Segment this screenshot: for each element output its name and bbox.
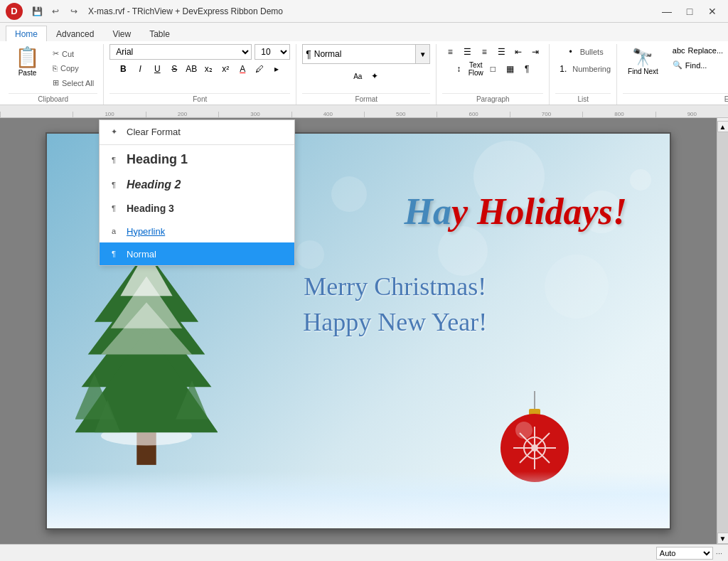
zoom-dots: ··· xyxy=(716,549,722,557)
style-normal-item[interactable]: ¶ Normal xyxy=(100,242,294,265)
copy-icon: ⎘ xyxy=(53,64,58,73)
scroll-thumb[interactable] xyxy=(717,132,729,533)
borders-button[interactable]: □ xyxy=(485,61,500,77)
strikethrough-button[interactable]: S xyxy=(166,61,182,77)
clear-format-icon[interactable]: ✦ xyxy=(367,68,382,84)
para-spacing-row: ↕ Text Flow □ ▦ ¶ xyxy=(451,61,535,77)
list-content: • Bullets 1. Numbering xyxy=(555,44,611,93)
copy-button[interactable]: ⎘ Copy xyxy=(49,62,97,75)
replace-label: Replace... xyxy=(688,46,724,55)
style-extra-row: Aa ✦ xyxy=(350,68,382,84)
paragraph-group-label: Paragraph xyxy=(442,93,543,105)
more-font-button[interactable]: ▸ xyxy=(269,61,284,77)
bold-button[interactable]: B xyxy=(115,61,131,77)
italic-button[interactable]: I xyxy=(132,61,148,77)
tab-home[interactable]: Home xyxy=(6,26,47,42)
cut-button[interactable]: ✂ Cut xyxy=(49,47,97,60)
subscript-button[interactable]: x₂ xyxy=(200,61,216,77)
style-combo[interactable]: ¶ Normal xyxy=(302,44,416,64)
align-right-button[interactable]: ≡ xyxy=(476,44,492,60)
select-all-label: Select All xyxy=(62,79,94,87)
list-group: • Bullets 1. Numbering List xyxy=(550,44,617,105)
scroll-down-button[interactable]: ▼ xyxy=(717,533,729,544)
holiday-prefix: Ha xyxy=(405,191,451,232)
normal-icon: ¶ xyxy=(108,248,119,260)
undo-button[interactable]: ↩ xyxy=(47,3,64,20)
binoculars-icon: 🔭 xyxy=(632,48,653,68)
shading-button[interactable]: ▦ xyxy=(502,61,518,77)
align-justify-button[interactable]: ☰ xyxy=(493,44,509,60)
bokeh-2 xyxy=(331,176,367,212)
para-content: ≡ ☰ ≡ ☰ ⇤ ⇥ ↕ Text Flow □ ▦ ¶ xyxy=(442,44,543,93)
redo-button[interactable]: ↪ xyxy=(65,3,82,20)
paste-button[interactable]: 📋 Paste xyxy=(9,44,46,80)
bullets-button[interactable]: • xyxy=(563,44,579,60)
ruler-mark-6: 600 xyxy=(437,112,509,117)
style-para-icon: ¶ xyxy=(306,48,311,60)
tab-advanced[interactable]: Advanced xyxy=(47,26,103,42)
style-content: ¶ Normal ▼ Aa ✦ xyxy=(302,44,430,93)
vertical-scrollbar[interactable]: ▲ ▼ xyxy=(717,118,728,544)
tab-table[interactable]: Table xyxy=(140,26,179,42)
underline-button[interactable]: U xyxy=(149,61,165,77)
minimize-button[interactable]: — xyxy=(657,3,677,20)
indent-decrease-button[interactable]: ⇤ xyxy=(510,44,526,60)
align-left-button[interactable]: ≡ xyxy=(442,44,458,60)
dropdown-separator xyxy=(100,144,294,145)
line-spacing-button[interactable]: ↕ xyxy=(451,61,466,77)
style-hyperlink-item[interactable]: a Hyperlink xyxy=(100,220,294,242)
cut-icon: ✂ xyxy=(53,49,59,58)
status-bar: Auto ··· xyxy=(0,544,728,561)
size-select[interactable]: 10 xyxy=(255,44,290,60)
maximize-button[interactable]: □ xyxy=(680,3,700,20)
style-heading2-item[interactable]: ¶ Heading 2 xyxy=(100,173,294,197)
find-next-button[interactable]: 🔭 Find Next xyxy=(623,44,663,79)
clear-format-icon: ✦ xyxy=(108,126,119,137)
select-all-button[interactable]: ⊞ Select All xyxy=(49,76,97,90)
heading3-icon: ¶ xyxy=(108,203,119,214)
find-label: Find... xyxy=(685,61,707,70)
replace-button[interactable]: abc Replace... xyxy=(669,44,727,57)
style-heading3-item[interactable]: ¶ Heading 3 xyxy=(100,197,294,220)
tab-view[interactable]: View xyxy=(103,26,140,42)
ruler: 100 200 300 400 500 600 700 800 900 xyxy=(0,105,728,118)
numbering-button[interactable]: 1. xyxy=(555,61,571,77)
save-button[interactable]: 💾 xyxy=(28,3,46,20)
hyperlink-label: Hyperlink xyxy=(127,226,165,237)
find-icon: 🔍 xyxy=(673,60,682,70)
window-title: X-mas.rvf - TRichView + DevExpress Ribbo… xyxy=(88,6,283,16)
replace-icon: abc xyxy=(673,46,685,55)
snow-ground xyxy=(47,471,670,528)
holiday-text: Hay Holidays! xyxy=(405,191,627,233)
ruler-mark-0 xyxy=(0,112,73,117)
scroll-up-button[interactable]: ▲ xyxy=(717,121,729,132)
cut-label: Cut xyxy=(62,50,74,58)
style-combo-label: Normal xyxy=(314,49,342,59)
find-next-label: Find Next xyxy=(628,68,658,75)
clipboard-group-label: Clipboard xyxy=(9,93,97,105)
clear-format-label: Clear Format xyxy=(127,127,181,137)
ruler-mark-5: 500 xyxy=(364,112,437,117)
christmas-line1: Merry Christmas! xyxy=(303,269,487,304)
editing-group: 🔭 Find Next abc Replace... 🔍 Find... xyxy=(617,44,728,105)
close-button[interactable]: ✕ xyxy=(702,3,722,20)
font-select[interactable]: Arial xyxy=(109,44,252,60)
find-button[interactable]: 🔍 Find... xyxy=(669,58,727,72)
indent-increase-button[interactable]: ⇥ xyxy=(528,44,543,60)
list-row2: 1. Numbering xyxy=(555,61,611,77)
ruler-mark-3: 300 xyxy=(218,112,291,117)
font-color-button[interactable]: A xyxy=(235,61,250,77)
pilcrow-button[interactable]: ¶ xyxy=(519,61,535,77)
change-case-btn[interactable]: Aa xyxy=(350,68,365,84)
clipboard-small-buttons: ✂ Cut ⎘ Copy ⊞ Select All xyxy=(49,44,97,90)
style-clear-format[interactable]: ✦ Clear Format xyxy=(100,120,294,143)
superscript-button[interactable]: x² xyxy=(218,61,233,77)
highlight-button[interactable]: 🖊 xyxy=(252,61,267,77)
align-center-button[interactable]: ☰ xyxy=(459,44,475,60)
style-heading1-item[interactable]: ¶ Heading 1 xyxy=(100,146,294,173)
style-dropdown-arrow[interactable]: ▼ xyxy=(416,44,430,64)
text-flow-button[interactable]: Text Flow xyxy=(468,61,483,77)
zoom-select[interactable]: Auto xyxy=(656,547,713,560)
quick-access-toolbar: 💾 ↩ ↪ xyxy=(28,3,82,20)
allcaps-button[interactable]: AB xyxy=(183,61,199,77)
